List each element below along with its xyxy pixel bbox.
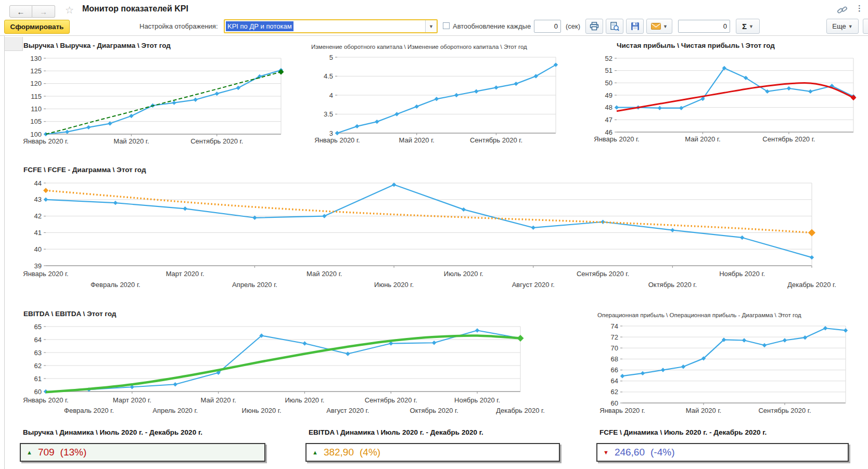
- sum-button[interactable]: Σ ▼: [736, 19, 760, 34]
- svg-text:60: 60: [34, 388, 42, 396]
- svg-text:Май 2020 г.: Май 2020 г.: [113, 137, 149, 145]
- svg-text:72: 72: [611, 333, 618, 341]
- svg-text:Май 2020 г.: Май 2020 г.: [399, 136, 435, 144]
- svg-text:60: 60: [611, 399, 618, 407]
- svg-text:125: 125: [30, 67, 42, 75]
- svg-text:64: 64: [611, 377, 618, 385]
- svg-text:43: 43: [34, 196, 42, 203]
- toolbar-separator: [0, 35, 868, 36]
- svg-text:Март 2020 г.: Март 2020 г.: [113, 396, 151, 404]
- svg-text:Декабрь 2020 г.: Декабрь 2020 г.: [496, 407, 545, 414]
- svg-text:64: 64: [34, 336, 42, 344]
- autorefresh-checkbox[interactable]: [443, 22, 450, 29]
- floppy-save-icon: [631, 22, 640, 31]
- svg-text:Сентябрь 2020 г.: Сентябрь 2020 г.: [190, 137, 243, 145]
- chart-fcfe[interactable]: 394041424344Январь 2020 г.Февраль 2020 г…: [23, 177, 843, 295]
- chart-net-profit[interactable]: 46474849505152Январь 2020 г.Май 2020 г.С…: [596, 51, 859, 151]
- indicator-ebitda[interactable]: ▲ 382,90 (4%): [305, 443, 560, 462]
- print-button[interactable]: [585, 19, 603, 34]
- display-setting-combobox[interactable]: KPI по ДР и потокам ▼: [224, 19, 438, 33]
- svg-text:5: 5: [329, 54, 333, 61]
- more-button[interactable]: Еще ▼: [826, 19, 859, 34]
- svg-text:Июнь 2020 г.: Июнь 2020 г.: [242, 407, 282, 414]
- chevron-down-icon[interactable]: ▼: [425, 20, 437, 32]
- chart-working-capital[interactable]: 33.544.55Январь 2020 г.Май 2020 г.Сентяб…: [310, 51, 565, 151]
- svg-text:4: 4: [329, 92, 333, 99]
- svg-text:105: 105: [30, 118, 42, 125]
- indicator-title-revenue: Выручка \ Динамика \ Июль 2020 г. - Дека…: [23, 428, 202, 436]
- printer-icon: [590, 22, 599, 31]
- indicator-revenue[interactable]: ▲ 709 (13%): [20, 443, 265, 462]
- svg-text:40: 40: [34, 245, 42, 253]
- svg-text:3.5: 3.5: [324, 110, 333, 118]
- indicator-value: 246,60: [615, 447, 645, 458]
- svg-text:Август 2020 г.: Август 2020 г.: [512, 281, 555, 289]
- chart-revenue[interactable]: 100105110115120125130Январь 2020 г.Май 2…: [23, 51, 286, 151]
- chart-operating-profit[interactable]: 6062646668707274Январь 2020 г.Май 2020 г…: [562, 320, 856, 423]
- sigma-icon: Σ: [742, 22, 747, 31]
- generate-button[interactable]: Сформировать: [4, 20, 70, 34]
- svg-text:Октябрь 2020 г.: Октябрь 2020 г.: [410, 407, 458, 414]
- svg-text:Февраль 2020 г.: Февраль 2020 г.: [91, 281, 141, 289]
- chart-title-ebitda: EBITDA \ EBITDA \ Этот год: [23, 310, 116, 318]
- svg-text:Май 2020 г.: Май 2020 г.: [686, 407, 721, 414]
- svg-text:41: 41: [34, 229, 42, 237]
- trend-down-icon: ▼: [603, 449, 609, 455]
- svg-text:Сентябрь 2020 г.: Сентябрь 2020 г.: [577, 270, 629, 278]
- send-email-button[interactable]: ▼: [646, 19, 672, 34]
- grid-corner-cell: [5, 37, 23, 51]
- chart-title-fcfe: FCFE \ FCFE - Диаграмма \ Этот год: [23, 166, 146, 174]
- autorefresh-units-label: (сек): [566, 22, 580, 30]
- save-button[interactable]: [626, 19, 644, 34]
- svg-text:Август 2020 г.: Август 2020 г.: [326, 407, 369, 414]
- svg-text:50: 50: [605, 79, 612, 87]
- svg-text:Июль 2020 г.: Июль 2020 г.: [285, 396, 324, 404]
- svg-text:61: 61: [34, 375, 42, 383]
- svg-text:Май 2020 г.: Май 2020 г.: [200, 396, 236, 404]
- svg-text:Июнь 2020 г.: Июнь 2020 г.: [374, 281, 414, 289]
- svg-text:65: 65: [34, 323, 42, 331]
- svg-text:Апрель 2020 г.: Апрель 2020 г.: [152, 407, 198, 414]
- chart-title-net-profit: Чистая прибыль \ Чистая прибыль \ Этот г…: [617, 42, 775, 49]
- svg-text:Сентябрь 2020 г.: Сентябрь 2020 г.: [758, 407, 811, 414]
- kebab-menu-icon[interactable]: ⋮: [856, 4, 863, 13]
- svg-text:4.5: 4.5: [324, 72, 333, 80]
- autorefresh-interval-input[interactable]: [534, 20, 561, 33]
- indicator-fcfe[interactable]: ▼ 246,60 (-4%): [596, 443, 849, 462]
- indicator-value: 709: [38, 447, 55, 458]
- svg-text:Апрель 2020 г.: Апрель 2020 г.: [232, 281, 277, 289]
- svg-text:39: 39: [34, 262, 42, 270]
- favorite-star-icon[interactable]: ☆: [65, 4, 74, 16]
- chart-title-operating-profit: Операционная прибыль \ Операционная приб…: [597, 312, 801, 318]
- svg-text:120: 120: [30, 80, 42, 87]
- panel-left-border: [4, 35, 5, 469]
- counter-input[interactable]: [678, 20, 730, 33]
- link-icon[interactable]: [837, 5, 848, 15]
- forward-button[interactable]: →: [32, 5, 55, 18]
- svg-text:62: 62: [34, 362, 42, 370]
- chevron-down-icon: ▼: [663, 24, 668, 29]
- svg-text:62: 62: [611, 388, 618, 396]
- svg-text:66: 66: [611, 366, 618, 374]
- svg-text:70: 70: [611, 344, 618, 352]
- svg-text:Февраль 2020 г.: Февраль 2020 г.: [64, 407, 114, 414]
- svg-text:44: 44: [34, 179, 42, 187]
- page-title: Монитор показателей KPI: [82, 4, 188, 14]
- svg-text:Январь 2020 г.: Январь 2020 г.: [599, 407, 645, 414]
- chevron-down-icon: ▼: [848, 24, 853, 29]
- chart-ebitda[interactable]: 606162636465Январь 2020 г.Февраль 2020 г…: [23, 320, 536, 421]
- svg-text:Январь 2020 г.: Январь 2020 г.: [23, 396, 68, 404]
- preview-button[interactable]: [606, 19, 623, 34]
- svg-text:Декабрь 2020 г.: Декабрь 2020 г.: [787, 281, 836, 289]
- svg-text:Январь 2020 г.: Январь 2020 г.: [23, 270, 68, 278]
- clipped-edge-button[interactable]: [863, 19, 868, 34]
- svg-text:Январь 2020 г.: Январь 2020 г.: [23, 137, 68, 145]
- indicator-percent: (-4%): [650, 447, 674, 458]
- svg-text:Сентябрь 2020 г.: Сентябрь 2020 г.: [470, 136, 522, 144]
- indicator-percent: (13%): [60, 447, 87, 458]
- svg-text:63: 63: [34, 349, 42, 357]
- svg-text:Март 2020 г.: Март 2020 г.: [166, 270, 205, 278]
- svg-text:115: 115: [31, 93, 42, 100]
- back-button[interactable]: ←: [9, 5, 32, 18]
- svg-text:47: 47: [605, 116, 612, 124]
